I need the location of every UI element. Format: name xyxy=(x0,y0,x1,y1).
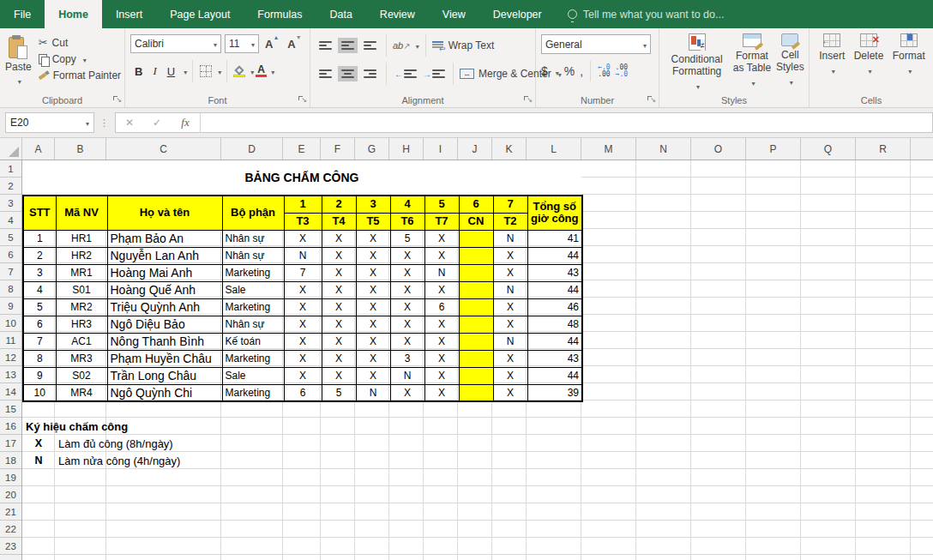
tab-page-layout[interactable]: Page Layout xyxy=(156,0,244,28)
row-header[interactable]: 7 xyxy=(0,263,21,280)
cell-day[interactable]: X xyxy=(390,298,424,316)
cell-dept[interactable]: Sale xyxy=(222,281,284,298)
cell-day[interactable]: X xyxy=(390,333,424,350)
header-day-name[interactable]: T2 xyxy=(493,213,527,230)
align-top-button[interactable] xyxy=(316,38,335,53)
insert-function-button[interactable]: fx xyxy=(171,116,200,129)
cell-day[interactable]: N xyxy=(390,367,424,384)
header-day-name[interactable]: T4 xyxy=(322,213,356,230)
header-day-name[interactable]: T6 xyxy=(390,213,424,230)
tab-view[interactable]: View xyxy=(429,0,479,28)
cell-total[interactable]: 44 xyxy=(527,333,582,350)
cell-day[interactable]: X xyxy=(356,264,390,281)
cell-day[interactable]: 5 xyxy=(322,384,356,401)
cell-code[interactable]: HR3 xyxy=(56,316,107,333)
cell-day[interactable]: X xyxy=(493,247,527,264)
conditional-formatting-button[interactable]: Conditional Formatting xyxy=(665,33,729,93)
legend-desc-n[interactable]: Làm nửa công (4h/ngày) xyxy=(58,452,180,469)
cell-day[interactable]: X xyxy=(424,350,459,367)
format-cells-button[interactable]: Format xyxy=(893,33,925,78)
cell-day[interactable]: X xyxy=(356,247,390,264)
cell-dept[interactable]: Sale xyxy=(222,367,284,384)
row-header[interactable]: 14 xyxy=(0,383,21,400)
row-header[interactable]: 23 xyxy=(0,538,21,555)
tab-formulas[interactable]: Formulas xyxy=(244,0,316,28)
tab-file[interactable]: File xyxy=(0,0,45,28)
cell-dept[interactable]: Marketing xyxy=(222,350,284,367)
cell-day[interactable]: X xyxy=(424,367,459,384)
cell-total[interactable]: 43 xyxy=(527,350,582,367)
header-day-number[interactable]: 6 xyxy=(459,196,493,213)
cell-day[interactable]: X xyxy=(493,316,527,333)
header-day-number[interactable]: 1 xyxy=(284,196,322,213)
cell-day[interactable]: X xyxy=(356,350,390,367)
cell-day[interactable]: X xyxy=(356,298,390,316)
column-header-a[interactable]: A xyxy=(22,138,55,160)
row-header[interactable]: 6 xyxy=(0,246,21,263)
cell-code[interactable]: HR1 xyxy=(56,230,107,247)
number-dialog-launcher[interactable] xyxy=(647,96,656,105)
cell-day[interactable]: X xyxy=(322,281,356,298)
cell-total[interactable]: 48 xyxy=(527,316,582,333)
column-header-c[interactable]: C xyxy=(106,138,221,160)
cell-day[interactable]: X xyxy=(424,230,459,247)
cell-day[interactable]: X xyxy=(493,350,527,367)
row-header[interactable]: 3 xyxy=(0,195,21,212)
cell-day[interactable]: X xyxy=(424,316,459,333)
align-center-button[interactable] xyxy=(338,66,358,81)
header-day-number[interactable]: 5 xyxy=(424,196,459,213)
column-header-o[interactable]: O xyxy=(691,138,746,160)
cell-name[interactable]: Nông Thanh Bình xyxy=(107,333,222,350)
cell-day[interactable]: 7 xyxy=(284,264,322,281)
row-header[interactable]: 2 xyxy=(0,178,21,195)
cell-day[interactable]: X xyxy=(322,298,356,316)
cell-code[interactable]: S01 xyxy=(56,281,107,298)
cell-day[interactable]: X xyxy=(493,384,527,401)
cell-total[interactable]: 39 xyxy=(527,384,582,401)
column-header-p[interactable]: P xyxy=(746,138,801,160)
row-header[interactable]: 18 xyxy=(0,452,21,469)
cell-day[interactable]: X xyxy=(424,281,459,298)
cell-day[interactable]: X xyxy=(284,298,322,316)
cell-stt[interactable]: 5 xyxy=(23,298,56,316)
cell-day[interactable]: X xyxy=(390,316,424,333)
cell-stt[interactable]: 7 xyxy=(23,333,56,350)
align-bottom-button[interactable] xyxy=(360,38,380,53)
row-header[interactable]: 9 xyxy=(0,298,21,315)
cell-day[interactable]: N xyxy=(284,247,322,264)
header-bo-phan[interactable]: Bộ phận xyxy=(222,196,284,230)
cell-code[interactable]: S02 xyxy=(56,367,107,384)
legend-title-cell[interactable]: Ký hiệu chấm công xyxy=(26,418,128,435)
row-header[interactable]: 10 xyxy=(0,315,21,332)
row-header[interactable]: 21 xyxy=(0,503,21,521)
underline-caret-icon[interactable] xyxy=(181,65,187,77)
italic-button[interactable]: I xyxy=(148,63,160,79)
paste-button[interactable]: Paste xyxy=(5,33,32,87)
row-header[interactable]: 8 xyxy=(0,280,21,298)
header-day-name[interactable]: CN xyxy=(459,213,493,230)
cell-stt[interactable]: 1 xyxy=(23,230,56,247)
format-painter-button[interactable]: Format Painter xyxy=(39,69,121,81)
font-color-button[interactable]: A xyxy=(256,65,267,77)
cell-dept[interactable]: Nhân sự xyxy=(222,316,284,333)
cell-day[interactable]: X xyxy=(284,333,322,350)
orientation-caret-icon[interactable] xyxy=(413,39,419,51)
fill-color-button[interactable] xyxy=(232,66,246,77)
cell-day[interactable]: X xyxy=(390,281,424,298)
grid-canvas[interactable]: BẢNG CHẤM CÔNG STT Mã NV Họ và tên Bộ ph… xyxy=(22,160,933,560)
cell-day[interactable]: X xyxy=(356,316,390,333)
cell-day[interactable]: 6 xyxy=(284,384,322,401)
cancel-entry-button[interactable] xyxy=(116,117,143,129)
cell-stt[interactable]: 8 xyxy=(23,350,56,367)
cut-button[interactable]: Cut xyxy=(39,36,121,49)
row-header[interactable]: 19 xyxy=(0,469,21,486)
increase-font-size-button[interactable]: A▲ xyxy=(262,38,281,51)
cell-name[interactable]: Trần Long Châu xyxy=(107,367,222,384)
header-total[interactable]: Tổng số giờ công xyxy=(527,196,582,230)
delete-cells-button[interactable]: Delete xyxy=(854,33,884,78)
insert-cells-button[interactable]: Insert xyxy=(819,33,845,78)
header-day-number[interactable]: 2 xyxy=(322,196,356,213)
alignment-dialog-launcher[interactable] xyxy=(524,96,533,105)
cell-name[interactable]: Hoàng Quế Anh xyxy=(107,281,222,298)
cell-day[interactable]: X xyxy=(322,264,356,281)
